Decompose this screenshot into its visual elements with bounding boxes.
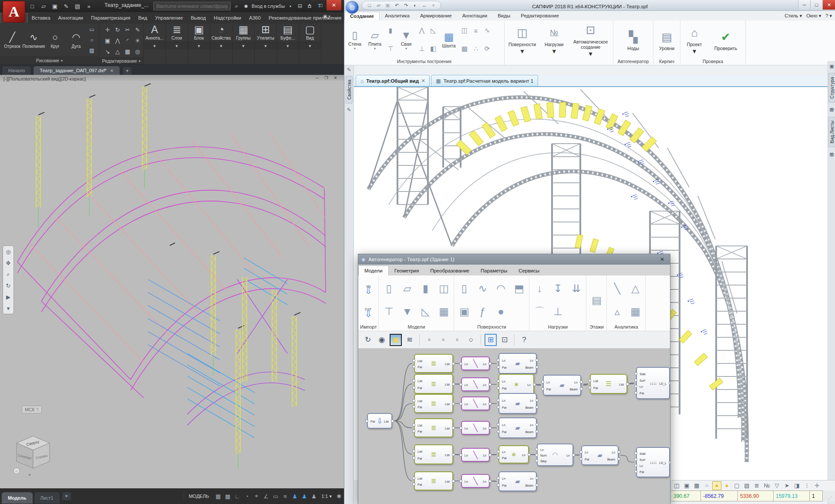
rotate-icon[interactable]: ↻ (113, 24, 122, 35)
trim-icon[interactable]: ✂ (123, 24, 132, 35)
tool-Стена[interactable]: ▯Стена▾ (345, 21, 364, 58)
check-button[interactable]: ✔ Проверить (708, 21, 743, 58)
snap-icon[interactable]: ▩ (223, 491, 232, 501)
output-port-List[interactable]: List (445, 363, 450, 366)
output-port-dot[interactable] (535, 399, 539, 402)
dialog-tab-Модели[interactable]: Модели (358, 265, 389, 276)
ribbon-tab-A360[interactable]: A360 (245, 13, 265, 23)
ribbon-collapse-button[interactable]: ▣ ▾ (323, 14, 330, 19)
input-port-List[interactable]: List (418, 450, 422, 454)
stairs-icon[interactable]: ≡ (471, 26, 481, 35)
post-icon[interactable]: ⊥ (417, 44, 427, 54)
output-port-List[interactable]: List (445, 480, 450, 484)
input-port-Par[interactable]: Par (640, 392, 644, 395)
image-icon[interactable]: ▣ (390, 334, 402, 346)
showmotion-icon[interactable]: ▶ (4, 292, 13, 301)
tool-Плита[interactable]: ▱Плита▾ (365, 21, 384, 58)
input-port-dot[interactable] (535, 459, 538, 462)
input-port-dot[interactable] (412, 359, 415, 362)
table-filter-icon[interactable]: ◨ (792, 481, 801, 490)
wall-icon[interactable]: ▯ (380, 280, 397, 297)
input-port-Step[interactable]: Step (540, 460, 546, 463)
overflow-icon[interactable]: » (84, 2, 93, 10)
viewcube[interactable]: Сверху Спереди Справа ⌂ ▾ (11, 431, 55, 479)
output-port-dot[interactable] (488, 427, 492, 430)
output-port-dot[interactable] (488, 383, 492, 386)
output-port-Ln[interactable]: Ln (530, 477, 533, 480)
lineweight-icon[interactable]: ≡ (280, 491, 290, 501)
output-port-List[interactable]: List (445, 427, 450, 430)
ramp-icon[interactable]: ◺ (428, 26, 438, 35)
input-port-dot[interactable] (634, 452, 637, 455)
input-port-dot[interactable] (459, 362, 462, 365)
graph-node-filter[interactable]: ≣ListParList (414, 418, 453, 437)
input-port-dot[interactable] (412, 423, 415, 427)
doc-minimize-icon[interactable]: ─ (314, 75, 320, 81)
array-icon[interactable]: ▦ (123, 46, 132, 57)
input-port-Ln[interactable]: Ln (540, 448, 544, 452)
input-port-dot[interactable] (459, 454, 462, 457)
input-port-Par[interactable]: Par (502, 406, 507, 410)
edit-pencil-icon[interactable]: ✎ (346, 106, 353, 113)
input-port-dot[interactable] (634, 385, 637, 388)
input-port-dot[interactable] (497, 366, 500, 369)
ellipse-icon[interactable]: ○ (88, 36, 96, 44)
output-port-Ln[interactable]: Ln (483, 403, 486, 406)
compass-icon[interactable]: ◐ (411, 2, 419, 9)
output-port-Ln[interactable]: Ln (522, 454, 525, 457)
loads-button[interactable]: № Нагрузки ▾ (540, 21, 568, 58)
area-load-icon[interactable]: ⇊ (568, 280, 584, 297)
input-port-dot[interactable] (412, 457, 415, 460)
input-port-dot[interactable] (497, 380, 500, 383)
ramp-icon[interactable]: ◺ (417, 303, 434, 320)
output-port-dot[interactable] (580, 387, 583, 390)
filter-node-icon[interactable]: ▽ (772, 481, 781, 490)
output-port-dot[interactable] (452, 453, 455, 456)
input-port-dot[interactable] (497, 477, 500, 480)
graph-node-beam[interactable]: ▰LnParLnBeam (498, 471, 537, 491)
spline-icon[interactable]: ∿ (482, 26, 492, 35)
auto-create-button[interactable]: ⊡ Автоматическое создание ▾ (569, 21, 612, 58)
output-port-Beam[interactable]: Beam (525, 430, 533, 434)
input-port-dot[interactable] (412, 477, 415, 480)
refresh-icon[interactable]: ↻ (362, 334, 374, 346)
dxf-import-icon[interactable]: DXF⇩ (360, 303, 377, 320)
arc-load-icon[interactable]: ⌒ (531, 303, 548, 320)
surfaces-button[interactable]: ◫ Поверхности ▾ (505, 21, 539, 58)
input-port-List[interactable]: List (418, 424, 422, 427)
output-port-dot[interactable] (452, 427, 455, 430)
eye-icon[interactable]: ◉ (376, 334, 388, 346)
input-port-Ln[interactable]: Ln (640, 385, 643, 389)
sphere-icon[interactable]: ● (492, 303, 509, 320)
redo-icon[interactable]: ↷ (402, 2, 410, 9)
sapfir-app-button[interactable]: ◍ (346, 1, 359, 14)
input-port-dot[interactable] (459, 383, 462, 386)
output-port-dot[interactable] (669, 382, 670, 385)
osnap-icon[interactable]: ⌖ (252, 491, 261, 501)
pin-icon[interactable]: ▣ (828, 63, 835, 70)
output-port-Ln[interactable]: Ln (483, 383, 486, 387)
window-icon[interactable]: ▦ (435, 303, 452, 320)
input-port-dot[interactable] (579, 457, 582, 460)
input-port-List[interactable]: List (418, 400, 422, 403)
output-port-Ln[interactable]: Ln (527, 383, 531, 387)
points-icon[interactable]: ∴ (471, 44, 481, 54)
grid-large-icon[interactable]: ⊞ (485, 334, 497, 346)
move-icon[interactable]: ✛ (103, 24, 112, 35)
extrude-icon[interactable]: ⬒ (511, 280, 527, 297)
input-port-dot[interactable] (497, 450, 500, 453)
output-port-dot[interactable] (580, 380, 583, 383)
panel-expand[interactable]: ▾ (299, 42, 321, 49)
input-port-Ln[interactable]: Ln (465, 363, 468, 366)
viewcube-menu-icon[interactable]: ▾ (29, 473, 31, 477)
grid-small-icon[interactable]: ⊡ (498, 334, 511, 346)
saveas-icon[interactable]: ✎ (62, 2, 71, 10)
input-port-dot[interactable] (588, 379, 591, 382)
input-port-dot[interactable] (412, 386, 415, 389)
edit-pencil-icon[interactable]: ✎ (346, 66, 353, 73)
light-box-icon[interactable]: ▧ (742, 481, 751, 490)
input-port-List[interactable]: List (593, 380, 598, 383)
user-icon[interactable]: ☻ (242, 2, 250, 10)
input-port-Par[interactable]: Par (502, 430, 507, 434)
output-port-dot[interactable] (572, 454, 575, 457)
